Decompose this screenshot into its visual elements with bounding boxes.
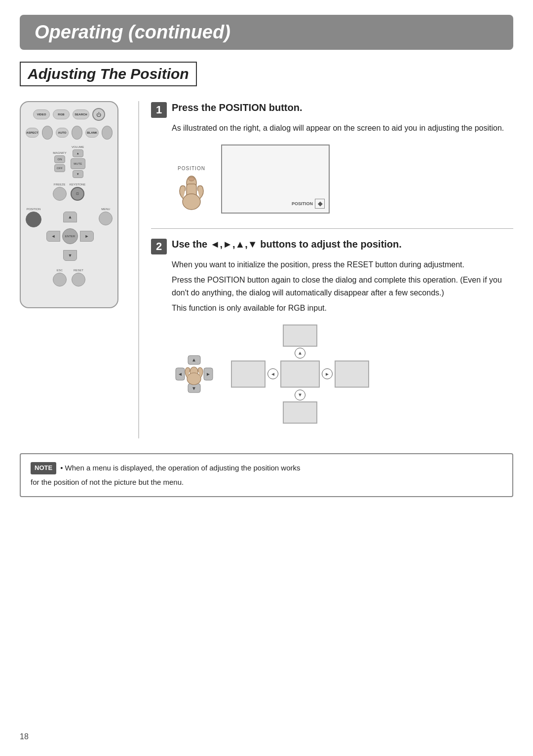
vol-down-btn[interactable]: ▼ (73, 170, 83, 178)
section-title-box: Adjusting The Position (20, 62, 197, 86)
remote-aspect-btn[interactable]: ASPECT (26, 128, 39, 138)
position-arrows-diagram: ▲ ◄ ► ▼ (231, 324, 369, 424)
position-arrow: ◆ (315, 199, 325, 209)
nav-right-btn[interactable]: ► (80, 231, 94, 242)
note-text2: for the position of not the picture but … (31, 476, 502, 488)
esc-btn[interactable] (53, 273, 67, 287)
remote-control: VIDEO RGB SEARCH ⏻ ASPECT (20, 101, 118, 308)
freeze-btn[interactable] (53, 187, 67, 201)
step2-diagram: ▲ ◄ ► ▼ (172, 324, 513, 424)
screen-block-top (283, 324, 317, 347)
step-2-body1: When you want to initialize the position… (172, 258, 513, 271)
svg-text:◄: ◄ (178, 371, 183, 377)
nav-up-btn[interactable]: ▲ (63, 212, 77, 222)
nav-down-btn[interactable]: ▼ (63, 250, 77, 261)
section-title: Adjusting The Position (28, 66, 189, 82)
svg-point-2 (183, 194, 200, 210)
freeze-label: FREEZE (54, 183, 66, 186)
menu-btn[interactable] (99, 212, 113, 225)
up-arrow-circle: ▲ (295, 348, 305, 359)
remote-search-btn[interactable]: SEARCH (73, 109, 89, 119)
step-1: 1 Press the POSITION button. As illustra… (151, 101, 513, 214)
reset-label: RESET (74, 269, 83, 272)
magnify-off-btn[interactable]: OFF (54, 164, 65, 172)
volume-label: VOLUME (72, 145, 84, 148)
position-remote-btn[interactable] (26, 212, 41, 227)
hand-icon-area: POSITION (172, 166, 211, 214)
screen-block-left (231, 360, 266, 388)
down-arrow-circle: ▼ (295, 390, 305, 400)
nav-left-btn[interactable]: ◄ (46, 231, 60, 242)
svg-text:▼: ▼ (191, 386, 196, 391)
step-2: 2 Use the ◄,►,▲,▼ buttons to adjust the … (151, 238, 513, 424)
main-content: VIDEO RGB SEARCH ⏻ ASPECT (20, 101, 513, 438)
step-2-header: 2 Use the ◄,►,▲,▼ buttons to adjust the … (151, 238, 513, 254)
vol-up-btn[interactable]: ▲ (73, 149, 83, 157)
screen-block-center (280, 360, 320, 388)
step-2-number: 2 (151, 239, 167, 254)
remote-blank-btn[interactable]: BLANK (85, 128, 99, 138)
hand-svg (172, 174, 211, 214)
step-1-body: As illustrated on the right, a dialog wi… (172, 122, 513, 135)
dpad-group: ▲ ◄ ENTER ► ▼ (46, 212, 94, 261)
arrows-middle-row: ◄ ► (231, 360, 369, 388)
esc-label: ESC (57, 269, 63, 272)
note-text1: • When a menu is displayed, the operatio… (60, 462, 300, 474)
keystone-btn[interactable]: ⊡ (71, 187, 84, 201)
step-divider (151, 228, 513, 229)
note-header: NOTE • When a menu is displayed, the ope… (31, 462, 502, 474)
screen-block-bottom (283, 401, 317, 424)
note-box: NOTE • When a menu is displayed, the ope… (20, 453, 513, 497)
magnify-label: MAGNIFY (53, 151, 66, 154)
note-badge: NOTE (31, 462, 56, 474)
step-2-body3: This function is only available for RGB … (172, 302, 513, 315)
svg-point-13 (187, 373, 201, 385)
instructions-column: 1 Press the POSITION button. As illustra… (138, 101, 513, 438)
nav-enter-btn[interactable]: ENTER (62, 228, 78, 244)
menu-label: MENU (101, 208, 110, 211)
page-title: Operating (continued) (35, 22, 230, 42)
remote-auto-btn[interactable]: AUTO (56, 128, 69, 138)
svg-point-3 (189, 177, 194, 181)
remote-aspect-round[interactable] (42, 126, 53, 140)
right-arrow-circle: ► (322, 368, 333, 379)
position-small-label: POSITION (178, 166, 205, 171)
screen-block-right (335, 360, 369, 388)
position-remote-label: POSITION (27, 208, 41, 211)
step1-diagram: POSITION (172, 144, 513, 214)
hand2-area: ▲ ◄ ► ▼ (172, 352, 216, 396)
magnify-on-btn[interactable]: ON (54, 155, 65, 163)
svg-text:►: ► (206, 371, 211, 377)
remote-power-btn[interactable]: ⏻ (92, 108, 105, 121)
remote-video-btn[interactable]: VIDEO (33, 109, 50, 119)
svg-text:▲: ▲ (191, 357, 196, 362)
header-banner: Operating (continued) (20, 15, 513, 50)
reset-btn[interactable] (72, 273, 85, 287)
remote-column: VIDEO RGB SEARCH ⏻ ASPECT (20, 101, 123, 308)
step-1-number: 1 (151, 102, 167, 118)
mute-btn[interactable]: MUTE (71, 158, 85, 169)
magnify-group: ON OFF (54, 155, 65, 172)
remote-blank-round[interactable] (102, 126, 113, 140)
step-2-title: Use the ◄,►,▲,▼ buttons to adjust the po… (172, 238, 402, 251)
step-1-header: 1 Press the POSITION button. (151, 101, 513, 118)
remote-auto-round[interactable] (72, 126, 82, 140)
keystone-label: KEYSTONE (70, 183, 86, 186)
left-arrow-circle: ◄ (267, 368, 278, 379)
step-2-body2: Press the POSITION button again to close… (172, 274, 513, 299)
page-number: 18 (20, 732, 29, 741)
screen-box-step1: POSITION ◆ (221, 144, 330, 214)
step-1-title: Press the POSITION button. (172, 101, 302, 114)
remote-rgb-btn[interactable]: RGB (53, 109, 70, 119)
volume-group: ▲ MUTE ▼ (71, 149, 85, 178)
position-indicator: POSITION ◆ (292, 199, 325, 209)
